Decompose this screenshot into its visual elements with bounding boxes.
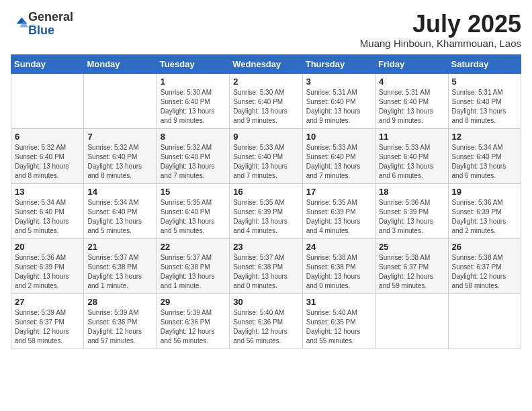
calendar-cell: 11Sunrise: 5:33 AM Sunset: 6:40 PM Dayli… [375, 128, 448, 183]
day-detail: Sunrise: 5:39 AM Sunset: 6:36 PM Dayligh… [161, 308, 226, 346]
day-number: 1 [161, 77, 226, 87]
calendar-cell: 15Sunrise: 5:35 AM Sunset: 6:40 PM Dayli… [157, 183, 229, 238]
day-number: 8 [161, 132, 226, 142]
day-number: 11 [379, 132, 444, 142]
week-row-2: 6Sunrise: 5:32 AM Sunset: 6:40 PM Daylig… [11, 128, 521, 183]
day-number: 6 [15, 132, 80, 142]
calendar-cell: 18Sunrise: 5:36 AM Sunset: 6:39 PM Dayli… [375, 183, 448, 238]
calendar-cell: 25Sunrise: 5:38 AM Sunset: 6:37 PM Dayli… [375, 238, 448, 293]
calendar-cell: 22Sunrise: 5:37 AM Sunset: 6:38 PM Dayli… [157, 238, 229, 293]
svg-marker-0 [16, 17, 27, 24]
day-number: 15 [161, 187, 226, 197]
day-number: 30 [233, 297, 298, 307]
day-detail: Sunrise: 5:36 AM Sunset: 6:39 PM Dayligh… [15, 253, 80, 291]
calendar-cell [84, 73, 157, 128]
day-detail: Sunrise: 5:40 AM Sunset: 6:35 PM Dayligh… [306, 308, 371, 346]
day-number: 29 [161, 297, 226, 307]
day-detail: Sunrise: 5:39 AM Sunset: 6:37 PM Dayligh… [15, 308, 80, 346]
calendar-cell: 23Sunrise: 5:37 AM Sunset: 6:38 PM Dayli… [230, 238, 302, 293]
day-number: 31 [306, 297, 371, 307]
day-number: 23 [233, 242, 298, 252]
calendar-cell: 10Sunrise: 5:33 AM Sunset: 6:40 PM Dayli… [302, 128, 375, 183]
day-detail: Sunrise: 5:34 AM Sunset: 6:40 PM Dayligh… [452, 143, 517, 181]
day-number: 21 [87, 242, 152, 252]
day-number: 24 [306, 242, 371, 252]
calendar-cell: 20Sunrise: 5:36 AM Sunset: 6:39 PM Dayli… [11, 238, 84, 293]
calendar-cell: 29Sunrise: 5:39 AM Sunset: 6:36 PM Dayli… [157, 293, 229, 349]
month-title: July 2025 [360, 11, 521, 38]
day-number: 9 [233, 132, 298, 142]
calendar-table: SundayMondayTuesdayWednesdayThursdayFrid… [11, 54, 521, 349]
week-row-1: 1Sunrise: 5:30 AM Sunset: 6:40 PM Daylig… [11, 73, 521, 128]
header-friday: Friday [375, 54, 448, 73]
day-detail: Sunrise: 5:31 AM Sunset: 6:40 PM Dayligh… [452, 88, 517, 126]
day-number: 18 [379, 187, 444, 197]
calendar-header-row: SundayMondayTuesdayWednesdayThursdayFrid… [11, 54, 521, 73]
calendar-cell: 27Sunrise: 5:39 AM Sunset: 6:37 PM Dayli… [11, 293, 84, 349]
logo-icon [12, 16, 28, 30]
day-number: 19 [452, 187, 517, 197]
day-number: 12 [452, 132, 517, 142]
calendar-cell: 9Sunrise: 5:33 AM Sunset: 6:40 PM Daylig… [230, 128, 302, 183]
calendar-cell [375, 293, 448, 349]
day-number: 4 [379, 77, 444, 87]
calendar-cell: 14Sunrise: 5:34 AM Sunset: 6:40 PM Dayli… [84, 183, 157, 238]
header-wednesday: Wednesday [230, 54, 302, 73]
calendar-cell: 28Sunrise: 5:39 AM Sunset: 6:36 PM Dayli… [84, 293, 157, 349]
day-number: 10 [306, 132, 371, 142]
day-detail: Sunrise: 5:37 AM Sunset: 6:38 PM Dayligh… [87, 253, 152, 291]
day-number: 22 [161, 242, 226, 252]
calendar-cell: 5Sunrise: 5:31 AM Sunset: 6:40 PM Daylig… [448, 73, 521, 128]
calendar-cell: 6Sunrise: 5:32 AM Sunset: 6:40 PM Daylig… [11, 128, 84, 183]
week-row-5: 27Sunrise: 5:39 AM Sunset: 6:37 PM Dayli… [11, 293, 521, 349]
day-detail: Sunrise: 5:39 AM Sunset: 6:36 PM Dayligh… [87, 308, 152, 346]
day-number: 14 [87, 187, 152, 197]
week-row-4: 20Sunrise: 5:36 AM Sunset: 6:39 PM Dayli… [11, 238, 521, 293]
day-detail: Sunrise: 5:36 AM Sunset: 6:39 PM Dayligh… [452, 198, 517, 236]
logo-blue-text: Blue [28, 24, 54, 37]
day-number: 13 [15, 187, 80, 197]
calendar-cell: 19Sunrise: 5:36 AM Sunset: 6:39 PM Dayli… [448, 183, 521, 238]
calendar-cell: 4Sunrise: 5:31 AM Sunset: 6:40 PM Daylig… [375, 73, 448, 128]
day-detail: Sunrise: 5:40 AM Sunset: 6:36 PM Dayligh… [233, 308, 298, 346]
day-detail: Sunrise: 5:35 AM Sunset: 6:40 PM Dayligh… [161, 198, 226, 236]
calendar-cell: 7Sunrise: 5:32 AM Sunset: 6:40 PM Daylig… [84, 128, 157, 183]
calendar-cell: 17Sunrise: 5:35 AM Sunset: 6:39 PM Dayli… [302, 183, 375, 238]
calendar-cell: 16Sunrise: 5:35 AM Sunset: 6:39 PM Dayli… [230, 183, 302, 238]
day-detail: Sunrise: 5:32 AM Sunset: 6:40 PM Dayligh… [161, 143, 226, 181]
day-number: 2 [233, 77, 298, 87]
day-number: 17 [306, 187, 371, 197]
day-number: 20 [15, 242, 80, 252]
calendar-cell: 1Sunrise: 5:30 AM Sunset: 6:40 PM Daylig… [157, 73, 229, 128]
day-detail: Sunrise: 5:31 AM Sunset: 6:40 PM Dayligh… [379, 88, 444, 126]
day-detail: Sunrise: 5:38 AM Sunset: 6:37 PM Dayligh… [379, 253, 444, 291]
page-header: General Blue July 2025 Muang Hinboun, Kh… [11, 11, 521, 49]
calendar-cell: 12Sunrise: 5:34 AM Sunset: 6:40 PM Dayli… [448, 128, 521, 183]
day-detail: Sunrise: 5:36 AM Sunset: 6:39 PM Dayligh… [379, 198, 444, 236]
location-title: Muang Hinboun, Khammouan, Laos [360, 38, 521, 49]
day-detail: Sunrise: 5:38 AM Sunset: 6:37 PM Dayligh… [452, 253, 517, 291]
calendar-cell: 31Sunrise: 5:40 AM Sunset: 6:35 PM Dayli… [302, 293, 375, 349]
day-number: 26 [452, 242, 517, 252]
day-detail: Sunrise: 5:37 AM Sunset: 6:38 PM Dayligh… [233, 253, 298, 291]
header-sunday: Sunday [11, 54, 84, 73]
week-row-3: 13Sunrise: 5:34 AM Sunset: 6:40 PM Dayli… [11, 183, 521, 238]
day-number: 3 [306, 77, 371, 87]
header-thursday: Thursday [302, 54, 375, 73]
calendar-cell: 13Sunrise: 5:34 AM Sunset: 6:40 PM Dayli… [11, 183, 84, 238]
day-detail: Sunrise: 5:34 AM Sunset: 6:40 PM Dayligh… [15, 198, 80, 236]
day-detail: Sunrise: 5:31 AM Sunset: 6:40 PM Dayligh… [306, 88, 371, 126]
calendar-cell: 24Sunrise: 5:38 AM Sunset: 6:38 PM Dayli… [302, 238, 375, 293]
calendar-cell [448, 293, 521, 349]
header-tuesday: Tuesday [157, 54, 229, 73]
calendar-cell: 3Sunrise: 5:31 AM Sunset: 6:40 PM Daylig… [302, 73, 375, 128]
logo-general-text: General [28, 10, 73, 24]
day-number: 27 [15, 297, 80, 307]
day-detail: Sunrise: 5:33 AM Sunset: 6:40 PM Dayligh… [306, 143, 371, 181]
calendar-cell: 26Sunrise: 5:38 AM Sunset: 6:37 PM Dayli… [448, 238, 521, 293]
day-detail: Sunrise: 5:34 AM Sunset: 6:40 PM Dayligh… [87, 198, 152, 236]
title-block: July 2025 Muang Hinboun, Khammouan, Laos [360, 11, 521, 49]
day-detail: Sunrise: 5:37 AM Sunset: 6:38 PM Dayligh… [161, 253, 226, 291]
day-detail: Sunrise: 5:33 AM Sunset: 6:40 PM Dayligh… [379, 143, 444, 181]
calendar-cell: 8Sunrise: 5:32 AM Sunset: 6:40 PM Daylig… [157, 128, 229, 183]
